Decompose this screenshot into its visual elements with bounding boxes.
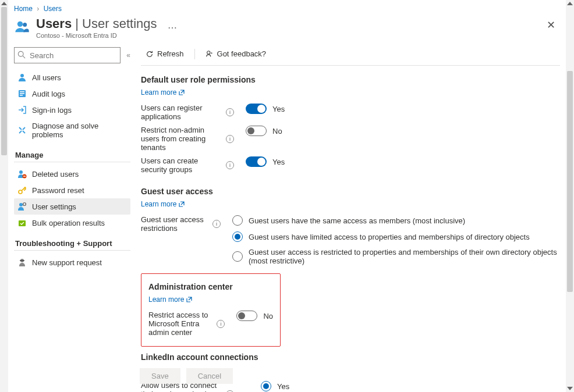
sidebar-item-diagnose[interactable]: Diagnose and solve problems [14,118,130,142]
sidebar-item-label: Audit logs [32,90,65,98]
refresh-icon [146,50,154,58]
radio-guest-inclusive[interactable]: Guest users have the same access as memb… [232,215,560,226]
sidebar-item-label: Sign-in logs [32,106,72,115]
radio-linkedin-yes[interactable]: Yes [261,381,328,391]
sidebar-item-audit-logs[interactable]: Audit logs [14,85,130,102]
page-subtitle: Contoso - Microsoft Entra ID [36,32,157,39]
save-button[interactable]: Save [140,368,180,384]
info-icon[interactable]: i [226,390,234,393]
sidebar-item-label: New support request [32,258,102,267]
svg-rect-17 [20,260,24,261]
svg-point-4 [20,74,24,77]
breadcrumb: Home › Users [14,3,560,16]
learn-more-admin[interactable]: Learn more [148,295,192,304]
sidebar-item-label: All users [32,73,61,82]
svg-rect-7 [20,93,24,94]
radio-guest-limited[interactable]: Guest users have limited access to prope… [232,231,560,242]
sidebar-item-new-support[interactable]: New support request [14,254,130,270]
toggle-value: No [263,312,273,320]
svg-point-0 [17,22,23,27]
external-link-icon [179,90,185,95]
sidebar-item-label: Diagnose and solve problems [32,122,127,139]
section-guest-access: Guest user access [141,187,560,196]
svg-point-2 [18,51,23,56]
support-icon [17,258,27,267]
more-actions-icon[interactable]: ⋯ [163,19,182,37]
sidebar-item-user-settings[interactable]: User settings [14,198,130,215]
collapse-sidebar-icon[interactable]: « [126,51,130,59]
user-settings-icon [17,202,27,211]
svg-line-3 [23,56,25,58]
user-icon [17,73,27,82]
search-input[interactable] [14,47,121,63]
signin-icon [17,105,27,115]
sidebar-item-label: Deleted users [32,170,79,179]
bulk-icon [17,218,27,227]
svg-point-1 [23,23,27,27]
page-title: Users | User settings [36,16,157,31]
toggle-value: Yes [272,105,285,113]
log-icon [17,89,27,98]
diagnose-icon [17,126,27,135]
section-admin-center: Administration center [148,282,273,291]
svg-rect-11 [23,176,26,176]
info-icon[interactable]: i [226,135,234,143]
search-icon [17,51,26,60]
feedback-icon [205,50,214,58]
deleted-user-icon [17,169,27,179]
users-blade-icon [14,19,30,35]
scrollbar-left[interactable] [0,0,8,392]
sidebar-group-troubleshoot: Troubleshooting + Support [15,239,130,248]
toggle-security-groups[interactable] [246,156,267,167]
scrollbar-right[interactable] [566,0,574,392]
svg-point-18 [207,51,210,54]
svg-point-13 [19,203,23,206]
external-link-icon [186,297,192,302]
sidebar-group-manage: Manage [15,151,130,159]
sidebar-item-label: User settings [32,202,76,211]
refresh-button[interactable]: Refresh [141,47,189,60]
label-security-groups: Users can create security groups [141,156,222,174]
info-icon[interactable]: i [226,108,234,116]
info-icon[interactable]: i [217,320,225,328]
section-default-permissions: Default user role permissions [141,75,560,84]
radio-guest-restrictive[interactable]: Guest user access is restricted to prope… [232,248,560,265]
toggle-value: Yes [272,158,285,166]
toggle-value: No [272,127,282,136]
label-register-apps: Users can register applications [141,104,222,121]
sidebar-item-deleted-users[interactable]: Deleted users [14,166,130,182]
sidebar-item-all-users[interactable]: All users [14,69,130,85]
info-icon[interactable]: i [212,220,221,228]
breadcrumb-users[interactable]: Users [44,5,62,13]
highlight-admin-center: Administration center Learn more Restric… [141,273,281,347]
cancel-button[interactable]: Cancel [186,368,233,384]
toggle-restrict-admin[interactable] [236,311,257,321]
feedback-button[interactable]: Got feedback? [201,47,271,60]
sidebar-item-label: Password reset [32,186,84,195]
svg-point-9 [19,170,23,174]
key-icon [17,186,27,195]
sidebar-item-password-reset[interactable]: Password reset [14,182,130,198]
close-blade-button[interactable]: ✕ [542,16,560,34]
toggle-register-apps[interactable] [246,104,267,114]
toggle-restrict-tenants[interactable] [246,126,267,136]
sidebar-item-label: Bulk operation results [32,219,105,227]
label-restrict-tenants: Restrict non-admin users from creating t… [141,126,222,152]
svg-rect-8 [20,95,23,96]
external-link-icon [179,201,185,207]
learn-more-default-perms[interactable]: Learn more [141,88,185,97]
section-linkedin: LinkedIn account connections [141,352,560,362]
svg-rect-6 [20,91,24,92]
sidebar-item-signin-logs[interactable]: Sign-in logs [14,102,130,118]
label-guest-restrictions: Guest user access restrictions [141,215,209,233]
learn-more-guest[interactable]: Learn more [141,200,185,208]
sidebar-item-bulk-results[interactable]: Bulk operation results [14,215,130,231]
breadcrumb-home[interactable]: Home [14,5,33,13]
info-icon[interactable]: i [226,161,234,169]
label-restrict-admin: Restrict access to Microsoft Entra admin… [148,311,213,337]
